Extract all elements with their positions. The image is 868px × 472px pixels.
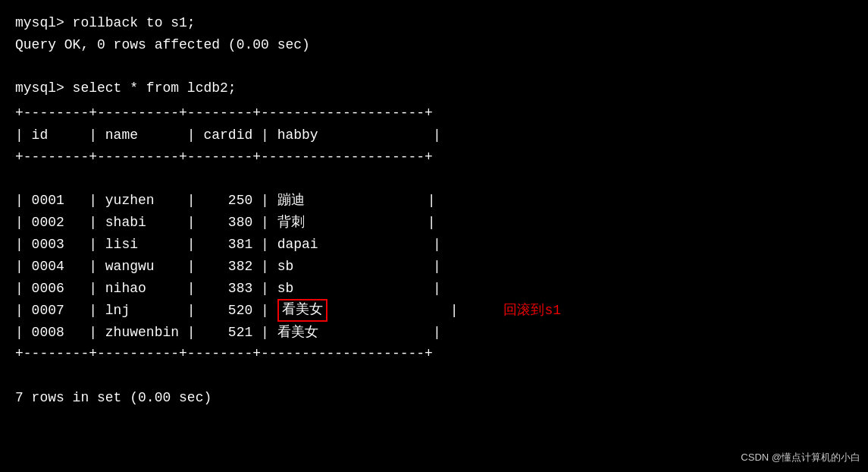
table-empty-row bbox=[15, 168, 853, 190]
table-row: | 0001 | yuzhen | 250 | 蹦迪 | bbox=[15, 190, 853, 212]
result-line-1: Query OK, 0 rows affected (0.00 sec) bbox=[15, 34, 853, 56]
table-row: | 0002 | shabi | 380 | 背刺 | bbox=[15, 212, 853, 234]
row-7-text: | 0008 | zhuwenbin | 521 | 看美女 | bbox=[15, 322, 441, 344]
table-row: | 0006 | nihao | 383 | sb | bbox=[15, 278, 853, 300]
command-line-1: mysql> rollback to s1; bbox=[15, 12, 853, 34]
row-2-text: | 0002 | shabi | 380 | 背刺 | bbox=[15, 212, 435, 234]
footer-line: 7 rows in set (0.00 sec) bbox=[15, 387, 853, 409]
watermark: CSDN @懂点计算机的小白 bbox=[741, 451, 860, 464]
table-header: | id | name | cardid | habby | bbox=[15, 124, 853, 146]
row-6-suffix: | bbox=[327, 300, 459, 322]
row-5-text: | 0006 | nihao | 383 | sb | bbox=[15, 278, 441, 300]
table-separator-top: +--------+----------+--------+----------… bbox=[15, 102, 853, 124]
query-result-table: +--------+----------+--------+----------… bbox=[15, 102, 853, 365]
row-1-text: | 0001 | yuzhen | 250 | 蹦迪 | bbox=[15, 190, 435, 212]
terminal: mysql> rollback to s1; Query OK, 0 rows … bbox=[0, 0, 868, 421]
table-row: | 0003 | lisi | 381 | dapai | bbox=[15, 234, 853, 256]
row-3-text: | 0003 | lisi | 381 | dapai | bbox=[15, 234, 441, 256]
table-row-highlighted: | 0007 | lnj | 520 | 看美女 | 回滚到s1 bbox=[15, 299, 853, 321]
table-separator-bottom: +--------+----------+--------+----------… bbox=[15, 343, 853, 365]
row-6-prefix: | 0007 | lnj | 520 | bbox=[15, 300, 277, 322]
highlighted-habby: 看美女 bbox=[277, 299, 327, 321]
annotation-rollback: 回滚到s1 bbox=[503, 300, 561, 322]
table-row: | 0004 | wangwu | 382 | sb | bbox=[15, 256, 853, 278]
table-separator-header: +--------+----------+--------+----------… bbox=[15, 146, 853, 168]
table-row: | 0008 | zhuwenbin | 521 | 看美女 | bbox=[15, 322, 853, 344]
row-4-text: | 0004 | wangwu | 382 | sb | bbox=[15, 256, 441, 278]
command-line-2: mysql> select * from lcdb2; bbox=[15, 77, 853, 99]
